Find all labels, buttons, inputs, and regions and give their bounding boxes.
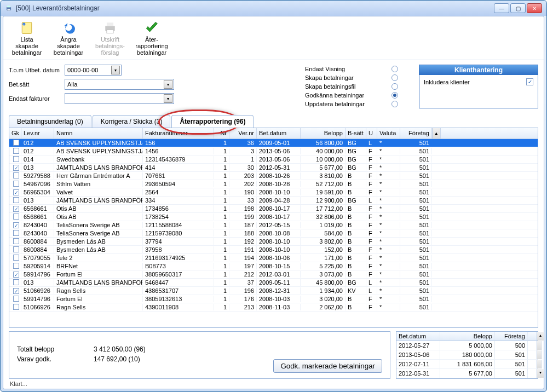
printer-gray-icon	[101, 20, 119, 36]
radio-skapa-fil[interactable]	[391, 83, 398, 90]
table-row[interactable]: 6568661Otis AB173825411992008-10-1732 80…	[9, 213, 538, 221]
table-row[interactable]: 014Swedbank123145436879112013-05-0610 00…	[9, 155, 538, 164]
row-checkbox[interactable]	[13, 304, 19, 310]
window-title: [500] Leverantörsbetalningar	[16, 4, 100, 12]
check-icon	[143, 20, 160, 36]
table-row[interactable]: 8600884Bysmeden Lås AB3795811912008-10-1…	[9, 246, 538, 254]
tool-undo-payments[interactable]: Ångra skapade betalningar	[48, 19, 89, 57]
radio-godkanna[interactable]	[391, 92, 398, 99]
date-label: T.o.m Utbet. datum	[9, 67, 65, 73]
row-checkbox[interactable]	[13, 230, 19, 236]
row-checkbox[interactable]: ✓	[13, 189, 19, 195]
table-row[interactable]: 013JÄMTLANDS LÄNS BRANDFÖR54684471372009…	[9, 279, 538, 287]
row-checkbox[interactable]: ✓	[13, 272, 19, 278]
table-row[interactable]: 59205914BRFNetB0877311972008-10-155 225,…	[9, 262, 538, 270]
row-checkbox[interactable]: ✓	[13, 222, 19, 228]
table-row[interactable]: 51066926Ragn Sells439001190812132008-11-…	[9, 303, 538, 312]
mini-row[interactable]: 2012-07-111 831 608,00501	[396, 360, 538, 369]
maximize-button[interactable]: ▢	[510, 3, 526, 13]
undo-icon	[60, 20, 77, 36]
betsatt-label: Bet.sätt	[9, 81, 65, 88]
table-row[interactable]: 59914796Fortum El3805913261311762008-10-…	[9, 295, 538, 303]
tool-report-label: Åter- rapportering betalningar	[135, 36, 168, 56]
table-row[interactable]: 8243040TeliaSonera Sverige AB12159739080…	[9, 229, 538, 238]
printer-icon	[5, 4, 13, 12]
table-row[interactable]: 013JÄMTLANDS LÄNS BRANDFÖR3341332009-04-…	[9, 197, 538, 205]
tab-strip: Betalningsunderlag (0) Korrigera / Skick…	[3, 115, 544, 128]
row-checkbox[interactable]: ✓	[13, 206, 19, 212]
table-row[interactable]: ✓8243040TeliaSonera Sverige AB1211558808…	[9, 221, 538, 229]
minimize-button[interactable]: —	[494, 3, 509, 13]
tool-list-label: Lista skapade betalningar	[12, 36, 42, 56]
toolbar: i Lista skapade betalningar Ångra skapad…	[3, 16, 544, 60]
table-row[interactable]: ✓51066926Ragn Sells438653170711962008-12…	[9, 287, 538, 295]
betsatt-select[interactable]: Alla▾	[65, 79, 174, 90]
row-checkbox[interactable]	[13, 148, 19, 154]
table-row[interactable]: 57079055Tele 221169317492511942008-10-06…	[9, 254, 538, 262]
chevron-down-icon[interactable]: ▾	[164, 94, 172, 103]
titlebar[interactable]: [500] Leverantörsbetalningar — ▢ ✕	[1, 1, 546, 16]
table-row[interactable]: ✓56965304Valvet256411902008-10-1019 591,…	[9, 188, 538, 197]
tab-korrigera[interactable]: Korrigera / Skicka (3)	[93, 115, 171, 128]
panel-title: Klienthantering	[419, 65, 538, 75]
row-checkbox[interactable]	[13, 214, 19, 220]
svg-rect-8	[107, 30, 113, 33]
radio-endast-visning[interactable]	[391, 66, 398, 72]
table-row[interactable]: ✓6568661Otis AB173485611982008-10-1717 7…	[9, 205, 538, 213]
scroll-up-icon[interactable]: ▴	[432, 128, 441, 139]
row-checkbox[interactable]	[13, 255, 19, 261]
row-checkbox[interactable]: ✓	[13, 165, 19, 171]
row-checkbox[interactable]	[13, 246, 19, 252]
row-checkbox[interactable]	[13, 238, 19, 244]
row-checkbox[interactable]	[13, 296, 19, 302]
app-window: [500] Leverantörsbetalningar — ▢ ✕ i Lis…	[0, 0, 547, 392]
chevron-down-icon[interactable]: ▾	[111, 66, 120, 74]
tab-betalningsunderlag[interactable]: Betalningsunderlag (0)	[9, 115, 91, 128]
row-checkbox[interactable]	[13, 172, 19, 178]
summary-box: Totalt belopp3 412 050,00 (96) Varav god…	[9, 331, 390, 379]
mini-row[interactable]: 2013-05-06180 000,00501	[396, 350, 538, 360]
radio-skapa-betalningar[interactable]	[391, 74, 398, 81]
row-checkbox[interactable]	[13, 197, 19, 203]
svg-rect-1	[7, 5, 10, 7]
mini-grid[interactable]: Bet.datumBeloppFöretag▴ 2012-05-275 000,…	[396, 331, 538, 379]
table-row[interactable]: 012AB SVENSK UPPLYSNINGSTJÄ1456132013-05…	[9, 147, 538, 155]
footer: Totalt belopp3 412 050,00 (96) Varav god…	[9, 331, 538, 379]
chevron-down-icon[interactable]: ▾	[164, 80, 172, 89]
mini-row[interactable]: 2012-05-315 677,00501▾	[396, 369, 538, 378]
tool-list-payments[interactable]: i Lista skapade betalningar	[7, 19, 47, 57]
tab-aterrapportering[interactable]: Återrapportering (96)	[171, 115, 254, 128]
row-checkbox[interactable]	[13, 140, 19, 146]
tool-report[interactable]: Åter- rapportering betalningar	[131, 19, 172, 57]
close-button[interactable]: ✕	[527, 3, 542, 13]
radio-uppdatera[interactable]	[391, 101, 398, 107]
filter-row: T.o.m Utbet. datum 0000-00-00▾ Bet.sätt …	[3, 60, 544, 113]
row-checkbox[interactable]	[13, 181, 19, 187]
table-row[interactable]: 8600884Bysmeden Lås AB3779411922008-10-1…	[9, 238, 538, 246]
table-row[interactable]: 012AB SVENSK UPPLYSNINGSTJÄ1561362009-05…	[9, 139, 538, 147]
table-row[interactable]: ✓59914796Fortum El3805965031712122012-03…	[9, 270, 538, 279]
svg-text:i: i	[24, 23, 24, 26]
table-row[interactable]: ✓013JÄMTLANDS LÄNS BRANDFÖR4141302012-05…	[9, 164, 538, 172]
table-row[interactable]: 54967096Sthlm Vatten29365059412022008-10…	[9, 180, 538, 188]
row-checkbox[interactable]	[13, 263, 19, 269]
endast-select[interactable]: ▾	[65, 93, 174, 104]
tool-undo-label: Ångra skapade betalningar	[54, 36, 83, 56]
data-grid[interactable]: GkLev.nrNamnFakturanummerNrVer.nrBet.dat…	[9, 128, 538, 328]
status-bar: Klart...	[3, 379, 544, 389]
tool-print: Utskrift betalnings- förslag	[90, 19, 130, 57]
mini-row[interactable]: 2012-05-275 000,00500	[396, 341, 538, 350]
scroll-up-icon[interactable]: ▴	[537, 332, 544, 341]
svg-rect-7	[107, 23, 113, 26]
row-checkbox[interactable]	[13, 156, 19, 162]
include-clients-label: Inkludera klienter	[424, 79, 470, 85]
row-checkbox[interactable]	[13, 279, 19, 285]
grid-header[interactable]: GkLev.nrNamnFakturanummerNrVer.nrBet.dat…	[9, 128, 538, 139]
date-input[interactable]: 0000-00-00▾	[65, 65, 122, 76]
client-area: i Lista skapade betalningar Ångra skapad…	[3, 16, 544, 389]
row-checkbox[interactable]: ✓	[13, 288, 19, 294]
mode-radio-group: Endast Visning Skapa betalningar Skapa b…	[305, 65, 398, 108]
include-clients-checkbox[interactable]: ✓	[526, 78, 533, 85]
approve-selected-button[interactable]: Godk. markerade betalningar	[273, 359, 382, 373]
table-row[interactable]: 59279588Herr Gårman Entrémattor A7076611…	[9, 172, 538, 180]
